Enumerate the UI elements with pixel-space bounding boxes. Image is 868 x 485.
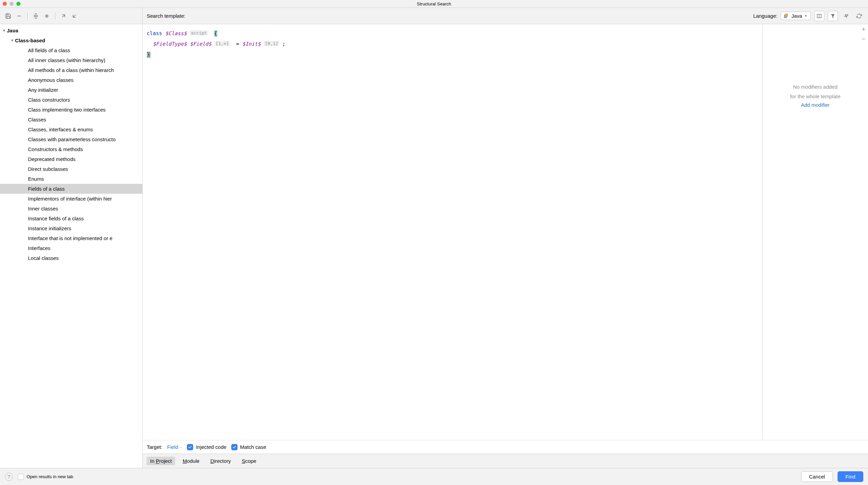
templates-panel: ▼ Java ▼ Class-based All fields of a cla… — [0, 8, 143, 468]
help-button[interactable]: ? — [5, 473, 13, 481]
export-icon[interactable] — [59, 11, 68, 21]
scope-tab[interactable]: In Project — [147, 457, 175, 465]
tree-item[interactable]: Classes — [0, 115, 142, 124]
code-editor[interactable]: class $Class$ script { $FieldType$ $Fiel… — [143, 24, 762, 440]
collapse-all-icon[interactable] — [42, 11, 52, 21]
add-modifier-icon[interactable]: + — [860, 26, 867, 32]
tree-item[interactable]: Direct subclasses — [0, 164, 142, 174]
main-content: ▼ Java ▼ Class-based All fields of a cla… — [0, 8, 868, 485]
tree-item-label: Classes, interfaces & enums — [28, 127, 93, 132]
maximize-window-button[interactable] — [16, 2, 20, 6]
tree-item-label: Interfaces — [28, 245, 50, 251]
target-label: Target: — [147, 444, 162, 450]
titlebar: Structural Search — [0, 0, 868, 8]
templates-toolbar — [0, 8, 142, 24]
window-title: Structural Search — [3, 1, 865, 6]
tree-item[interactable]: Classes, interfaces & enums — [0, 124, 142, 134]
tree-item[interactable]: Classes with parameterless constructo — [0, 134, 142, 144]
tree-item[interactable]: Any initializer — [0, 85, 142, 95]
scope-row: In ProjectModuleDirectoryScope — [143, 454, 868, 468]
tree-item[interactable]: Deprecated methods — [0, 154, 142, 164]
tree-item[interactable]: Fields of a class — [0, 184, 142, 194]
open-results-checkbox[interactable]: Open results in new tab — [18, 474, 73, 480]
tree-item[interactable]: All fields of a class — [0, 45, 142, 55]
tree-item-label: Class implementing two interfaces — [28, 107, 106, 113]
tree-item[interactable]: Local classes — [0, 253, 142, 263]
chevron-down-icon: ▼ — [804, 14, 808, 18]
tree-item-label: Constructors & methods — [28, 146, 83, 152]
body-row: ▼ Java ▼ Class-based All fields of a cla… — [0, 8, 868, 468]
language-select[interactable]: Java ▼ — [781, 12, 811, 20]
tree-item[interactable]: Constructors & methods — [0, 144, 142, 154]
tree-item-label: Local classes — [28, 255, 59, 261]
scope-tab[interactable]: Scope — [238, 457, 260, 465]
close-window-button[interactable] — [3, 2, 7, 6]
tree-item-label: Fields of a class — [28, 186, 65, 192]
tree-node-class-based[interactable]: ▼ Class-based — [0, 35, 142, 45]
tree-item-label: Deprecated methods — [28, 156, 75, 162]
java-icon — [784, 13, 789, 19]
expand-all-icon[interactable] — [31, 11, 41, 21]
tree-item[interactable]: Anonymous classes — [0, 75, 142, 85]
toggle-panel-button[interactable] — [814, 11, 824, 21]
tree-item[interactable]: Implementors of interface (within hier — [0, 194, 142, 204]
target-row: Target: Field ⌄ Injected code — [143, 440, 868, 454]
remove-modifier-icon[interactable]: − — [860, 36, 867, 42]
tree-item[interactable]: Interface that is not implemented or e — [0, 233, 142, 243]
tree-item-label: Enums — [28, 176, 44, 182]
tree-item-label: Class constructors — [28, 97, 70, 103]
minimize-window-button[interactable] — [10, 2, 14, 6]
tree-item[interactable]: Class constructors — [0, 95, 142, 105]
tree-item-label: Instance fields of a class — [28, 216, 84, 221]
tree-item[interactable]: All methods of a class (within hierarch — [0, 65, 142, 75]
checkbox-unchecked-icon — [18, 474, 24, 480]
tree-item[interactable]: Enums — [0, 174, 142, 184]
match-case-checkbox[interactable]: Match case — [231, 444, 266, 450]
tree-item-label: Inner classes — [28, 206, 58, 211]
tree-item[interactable]: All inner classes (within hierarchy) — [0, 55, 142, 65]
tree-item-label: Any initializer — [28, 87, 58, 93]
remove-icon[interactable] — [14, 11, 24, 21]
editor-panel: Search template: Language: Java ▼ — [143, 8, 868, 468]
scope-tab[interactable]: Module — [179, 457, 203, 465]
checkbox-checked-icon — [187, 444, 193, 450]
chevron-down-icon: ▼ — [1, 29, 7, 32]
editor-header: Search template: Language: Java ▼ — [143, 8, 868, 24]
save-template-icon[interactable] — [3, 11, 13, 21]
tree-item[interactable]: Instance initializers — [0, 223, 142, 233]
modifiers-empty-text: for the whole template — [790, 92, 841, 101]
filter-button[interactable] — [828, 11, 838, 21]
toolbar-separator — [55, 13, 55, 19]
tree-item-label: All methods of a class (within hierarch — [28, 67, 114, 73]
tree-node-java[interactable]: ▼ Java — [0, 26, 142, 35]
tree-item-label: Direct subclasses — [28, 166, 68, 172]
refresh-button[interactable] — [854, 11, 864, 21]
tree-item[interactable]: Class implementing two interfaces — [0, 105, 142, 115]
add-modifier-link[interactable]: Add modifier — [801, 102, 829, 108]
scope-tab[interactable]: Directory — [207, 457, 234, 465]
tree-item-label: Interface that is not implemented or e — [28, 235, 113, 241]
cancel-button[interactable]: Cancel — [801, 471, 833, 482]
target-select[interactable]: Field ⌄ — [167, 444, 183, 450]
tree-item-label: All fields of a class — [28, 47, 70, 53]
toolbar-separator — [27, 13, 28, 19]
modifiers-empty-text: No modifiers added — [793, 82, 837, 92]
find-button[interactable]: Find — [838, 471, 863, 482]
text-caret — [150, 52, 150, 58]
tree-item-label: Classes with parameterless constructo — [28, 136, 116, 142]
svg-marker-8 — [831, 14, 835, 18]
tree-item[interactable]: Interfaces — [0, 243, 142, 253]
editor-row: class $Class$ script { $FieldType$ $Fiel… — [143, 24, 868, 440]
chevron-down-icon: ⌄ — [179, 445, 182, 449]
tree-item[interactable]: Inner classes — [0, 204, 142, 214]
pin-button[interactable] — [841, 11, 851, 21]
language-label: Language: — [753, 13, 778, 19]
svg-rect-5 — [785, 14, 788, 17]
import-icon[interactable] — [70, 11, 79, 21]
traffic-lights — [3, 2, 20, 6]
footer: ? Open results in new tab Cancel Find — [0, 468, 868, 485]
templates-tree[interactable]: ▼ Java ▼ Class-based All fields of a cla… — [0, 24, 142, 468]
injected-code-checkbox[interactable]: Injected code — [187, 444, 226, 450]
chevron-down-icon: ▼ — [10, 39, 15, 42]
tree-item[interactable]: Instance fields of a class — [0, 214, 142, 223]
